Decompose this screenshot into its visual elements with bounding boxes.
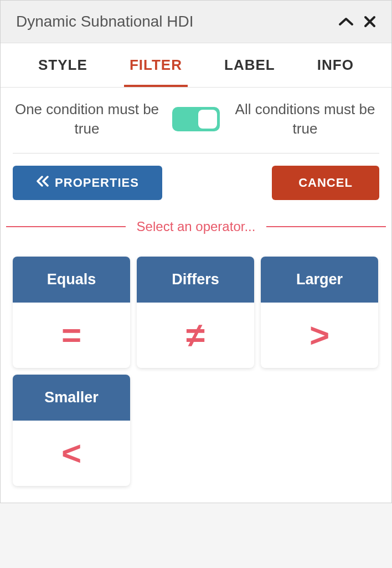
operator-label: Differs bbox=[137, 257, 254, 303]
operator-smaller[interactable]: Smaller < bbox=[13, 375, 130, 486]
condition-one-label: One condition must be true bbox=[12, 100, 162, 139]
operator-label: Larger bbox=[261, 257, 378, 303]
tab-label[interactable]: LABEL bbox=[219, 43, 281, 87]
toggle-knob bbox=[198, 110, 217, 129]
properties-button[interactable]: PROPERTIES bbox=[13, 166, 162, 200]
operator-prompt-divider: Select an operator... bbox=[1, 212, 391, 251]
operator-prompt: Select an operator... bbox=[137, 219, 256, 234]
operator-grid: Equals = Differs ≠ Larger > Smaller < bbox=[1, 251, 391, 503]
tab-style[interactable]: STYLE bbox=[33, 43, 93, 87]
header-actions bbox=[338, 16, 376, 28]
tab-info[interactable]: INFO bbox=[312, 43, 359, 87]
close-icon[interactable] bbox=[364, 16, 376, 28]
tab-filter[interactable]: FILTER bbox=[124, 43, 188, 87]
divider-line bbox=[266, 226, 386, 227]
operator-larger[interactable]: Larger > bbox=[261, 257, 378, 368]
chevron-double-left-icon bbox=[36, 176, 49, 190]
cancel-button-label: CANCEL bbox=[298, 176, 353, 190]
tab-bar: STYLE FILTER LABEL INFO bbox=[1, 43, 391, 88]
action-row: PROPERTIES CANCEL bbox=[1, 153, 391, 212]
condition-mode-row: One condition must be true All condition… bbox=[1, 88, 391, 153]
panel-title: Dynamic Subnational HDI bbox=[16, 13, 194, 30]
panel-header: Dynamic Subnational HDI bbox=[1, 1, 391, 43]
properties-button-label: PROPERTIES bbox=[55, 176, 139, 190]
cancel-button[interactable]: CANCEL bbox=[272, 166, 379, 200]
filter-panel: Dynamic Subnational HDI STYLE FILTER LAB… bbox=[0, 0, 392, 503]
operator-symbol: < bbox=[13, 421, 130, 486]
operator-differs[interactable]: Differs ≠ bbox=[137, 257, 254, 368]
divider-line bbox=[6, 226, 126, 227]
operator-equals[interactable]: Equals = bbox=[13, 257, 130, 368]
collapse-icon[interactable] bbox=[338, 17, 354, 27]
condition-toggle[interactable] bbox=[172, 107, 220, 131]
operator-symbol: ≠ bbox=[137, 303, 254, 368]
operator-symbol: = bbox=[13, 303, 130, 368]
operator-symbol: > bbox=[261, 303, 378, 368]
operator-label: Equals bbox=[13, 257, 130, 303]
condition-all-label: All conditions must be true bbox=[230, 100, 380, 139]
operator-label: Smaller bbox=[13, 375, 130, 421]
